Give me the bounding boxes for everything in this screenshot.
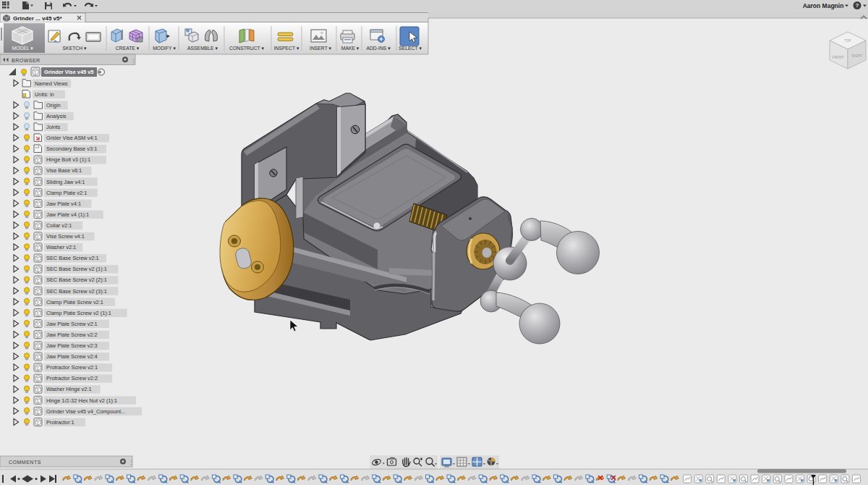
svg-text:MODEL ▾: MODEL ▾ — [12, 46, 33, 51]
svg-text:Sliding Jaw v4:1: Sliding Jaw v4:1 — [46, 179, 85, 185]
svg-text:SELECT ▾: SELECT ▾ — [399, 46, 422, 51]
svg-text:ASSEMBLE ▾: ASSEMBLE ▾ — [187, 46, 218, 51]
svg-text:Clamp Plate v2:1: Clamp Plate v2:1 — [46, 190, 87, 196]
svg-text:Aaron Magnin: Aaron Magnin — [803, 2, 844, 9]
svg-text:BROWSER: BROWSER — [12, 58, 41, 63]
svg-text:MODIFY ▾: MODIFY ▾ — [153, 46, 176, 51]
svg-text:Joints: Joints — [46, 124, 61, 130]
svg-text:Hinge Bolt v3 (1):1: Hinge Bolt v3 (1):1 — [46, 156, 90, 163]
svg-text:Jaw Plate Screw v2:2: Jaw Plate Screw v2:2 — [46, 332, 98, 338]
svg-text:Grinder Vise v45 v4_Compount..: Grinder Vise v45 v4_Compount... — [46, 408, 125, 415]
svg-text:?: ? — [856, 2, 859, 9]
svg-text:Clamp Plate Screw v2:1: Clamp Plate Screw v2:1 — [46, 299, 103, 305]
svg-text:TOP: TOP — [844, 39, 851, 43]
svg-text:CONSTRUCT ▾: CONSTRUCT ▾ — [229, 46, 264, 51]
svg-text:Named Views: Named Views — [35, 80, 68, 87]
svg-text:RIGHT: RIGHT — [852, 54, 862, 58]
svg-text:CREATE ▾: CREATE ▾ — [116, 46, 140, 51]
svg-text:Protractor Screw v2:2: Protractor Screw v2:2 — [46, 375, 98, 381]
svg-text:Secondary Base v3:1: Secondary Base v3:1 — [46, 146, 97, 152]
svg-text:Vise Base v6:1: Vise Base v6:1 — [46, 167, 82, 174]
svg-text:Jaw Plate v4:1: Jaw Plate v4:1 — [46, 201, 81, 207]
svg-text:Origin: Origin — [46, 102, 61, 109]
svg-text:Jaw Plate Screw v2:4: Jaw Plate Screw v2:4 — [46, 353, 98, 360]
svg-text:Units: in: Units: in — [35, 91, 54, 98]
svg-text:Vise Screw v4:1: Vise Screw v4:1 — [46, 233, 85, 240]
svg-text:INSPECT ▾: INSPECT ▾ — [274, 46, 299, 51]
svg-text:SKETCH ▾: SKETCH ▾ — [63, 46, 87, 51]
svg-text:Grinder Vise v45 v5: Grinder Vise v45 v5 — [44, 69, 93, 75]
svg-text:ADD-INS ▾: ADD-INS ▾ — [366, 46, 391, 51]
svg-text:Jaw Plate Screw v2:1: Jaw Plate Screw v2:1 — [46, 321, 98, 327]
svg-text:Grider Vise ASM v4:1: Grider Vise ASM v4:1 — [46, 135, 98, 141]
svg-text:SEC Base Screw v2 (1):1: SEC Base Screw v2 (1):1 — [46, 266, 107, 272]
svg-text:Washer v2:1: Washer v2:1 — [46, 244, 76, 250]
svg-text:⋮: ⋮ — [129, 460, 134, 465]
svg-text:Clamp Plate Screw v2 (1):1: Clamp Plate Screw v2 (1):1 — [46, 310, 111, 316]
svg-text:SEC Base Screw v2 (3):1: SEC Base Screw v2 (3):1 — [46, 288, 107, 295]
svg-text:Protractor:1: Protractor:1 — [46, 419, 75, 426]
svg-text:COMMENTS: COMMENTS — [9, 460, 41, 465]
svg-text:FRONT: FRONT — [833, 56, 844, 59]
svg-text:SEC Base Screw v2:1: SEC Base Screw v2:1 — [46, 255, 99, 261]
svg-text:Hinge 1/2-32 Hex Nut v2 (1):1: Hinge 1/2-32 Hex Nut v2 (1):1 — [46, 397, 117, 404]
svg-text:Collar v2:1: Collar v2:1 — [46, 222, 72, 229]
svg-text:Washer Hinge v2:1: Washer Hinge v2:1 — [46, 386, 92, 392]
svg-text:MAKE ▾: MAKE ▾ — [341, 46, 359, 51]
svg-text:Jaw Plate Screw v2:3: Jaw Plate Screw v2:3 — [46, 342, 98, 349]
svg-text:Analysis: Analysis — [46, 113, 67, 119]
svg-text:SEC Base Screw v2 (2):1: SEC Base Screw v2 (2):1 — [46, 277, 107, 283]
svg-text:⋮: ⋮ — [131, 58, 136, 63]
svg-text:Grinder ... v45 v5*: Grinder ... v45 v5* — [13, 15, 62, 22]
svg-text:Protractor Screw v2:1: Protractor Screw v2:1 — [46, 364, 98, 371]
svg-text:INSERT ▾: INSERT ▾ — [310, 46, 332, 51]
svg-text:Jaw Plate v4 (1):1: Jaw Plate v4 (1):1 — [46, 211, 89, 218]
